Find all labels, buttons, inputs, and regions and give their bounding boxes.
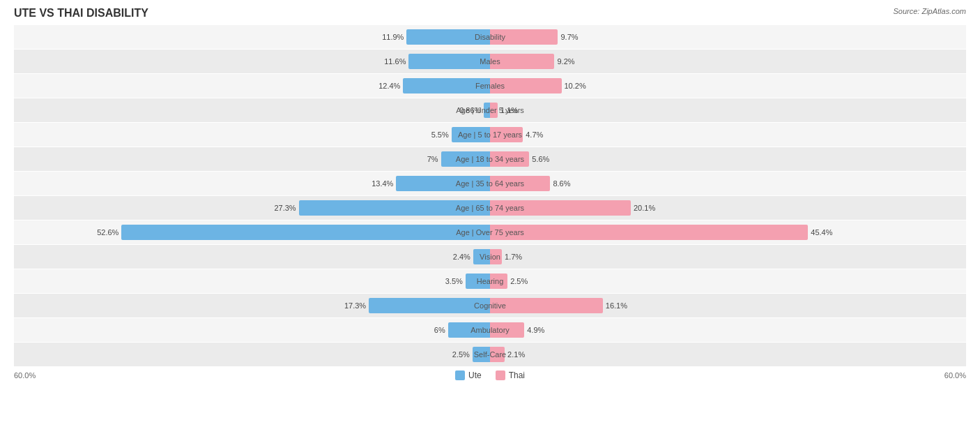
left-bar <box>408 54 490 69</box>
left-value: 7% <box>427 155 438 163</box>
right-value: 16.1% <box>606 301 627 310</box>
bar-row: 2.5%2.1%Self-Care <box>14 343 966 366</box>
bar-label: Disability <box>475 33 505 41</box>
chart-container: UTE VS THAI DISABILITY Source: ZipAtlas.… <box>0 0 980 427</box>
legend-label-thai: Thai <box>509 370 525 380</box>
legend-row: 60.0% Ute Thai 60.0% <box>14 370 966 380</box>
bar-row: 27.3%20.1%Age | 65 to 74 years <box>14 196 966 220</box>
left-bar <box>369 298 490 313</box>
chart-source: Source: ZipAtlas.com <box>893 7 966 15</box>
bar-row: 2.4%1.7%Vision <box>14 245 966 269</box>
right-value: 8.6% <box>553 179 570 188</box>
right-bar <box>490 225 808 240</box>
bar-label: Age | 18 to 34 years <box>456 155 524 163</box>
bars-area: 11.9%9.7%Disability11.6%9.2%Males12.4%10… <box>14 25 966 366</box>
bar-row: 5.5%4.7%Age | 5 to 17 years <box>14 123 966 147</box>
bar-label: Age | Over 75 years <box>456 228 524 237</box>
bar-label: Cognitive <box>474 301 506 310</box>
axis-label-right: 60.0% <box>944 371 966 380</box>
right-value: 1.7% <box>505 253 522 261</box>
bar-label: Ambulatory <box>470 326 510 334</box>
left-value: 27.3% <box>274 204 296 212</box>
left-value: 2.4% <box>453 253 470 261</box>
legend-label-ute: Ute <box>468 370 482 380</box>
left-value: 11.6% <box>384 57 406 66</box>
legend-item-ute: Ute <box>455 370 482 380</box>
legend-box-thai <box>496 370 505 380</box>
bar-label: Age | Under 5 years <box>456 106 524 114</box>
left-value: 52.6% <box>97 228 118 237</box>
chart-title: UTE VS THAI DISABILITY <box>14 7 148 20</box>
right-value: 9.2% <box>557 57 574 66</box>
bar-label: Hearing <box>477 277 504 285</box>
left-value: 5.5% <box>431 130 449 139</box>
left-bar <box>121 225 490 240</box>
bar-row: 11.6%9.2%Males <box>14 50 966 73</box>
bar-row: 0.86%1.1%Age | Under 5 years <box>14 98 966 122</box>
left-value: 12.4% <box>378 82 400 90</box>
bar-label: Age | 65 to 74 years <box>456 204 524 212</box>
right-value: 20.1% <box>634 204 655 212</box>
left-value: 11.9% <box>382 33 404 41</box>
right-value: 4.9% <box>527 326 544 334</box>
right-value: 9.7% <box>560 33 578 41</box>
title-row: UTE VS THAI DISABILITY Source: ZipAtlas.… <box>14 7 966 20</box>
right-value: 2.5% <box>510 277 528 285</box>
bar-row: 17.3%16.1%Cognitive <box>14 294 966 317</box>
right-bar <box>490 298 603 313</box>
bar-row: 11.9%9.7%Disability <box>14 25 966 49</box>
bar-label: Self-Care <box>474 350 506 359</box>
axis-label-left: 60.0% <box>14 371 36 380</box>
bar-label: Age | 35 to 64 years <box>456 179 524 188</box>
bar-row: 12.4%10.2%Females <box>14 74 966 98</box>
bar-label: Vision <box>480 253 500 261</box>
legend-center: Ute Thai <box>455 370 525 380</box>
left-value: 13.4% <box>372 179 393 188</box>
bar-row: 52.6%45.4%Age | Over 75 years <box>14 220 966 244</box>
legend-item-thai: Thai <box>496 370 525 380</box>
bar-label: Males <box>480 57 500 66</box>
right-value: 45.4% <box>811 228 832 237</box>
bar-label: Age | 5 to 17 years <box>458 130 522 139</box>
right-value: 10.2% <box>565 82 586 90</box>
left-value: 3.5% <box>445 277 463 285</box>
left-value: 17.3% <box>344 301 366 310</box>
legend-box-ute <box>455 370 465 380</box>
left-value: 2.5% <box>452 350 470 359</box>
right-value: 5.6% <box>532 155 549 163</box>
right-value: 2.1% <box>507 350 525 359</box>
bar-row: 13.4%8.6%Age | 35 to 64 years <box>14 172 966 195</box>
bar-label: Females <box>475 82 505 90</box>
bar-row: 3.5%2.5%Hearing <box>14 269 966 293</box>
left-value: 6% <box>434 326 445 334</box>
right-value: 4.7% <box>526 130 543 139</box>
bar-row: 7%5.6%Age | 18 to 34 years <box>14 147 966 171</box>
bar-row: 6%4.9%Ambulatory <box>14 318 966 342</box>
